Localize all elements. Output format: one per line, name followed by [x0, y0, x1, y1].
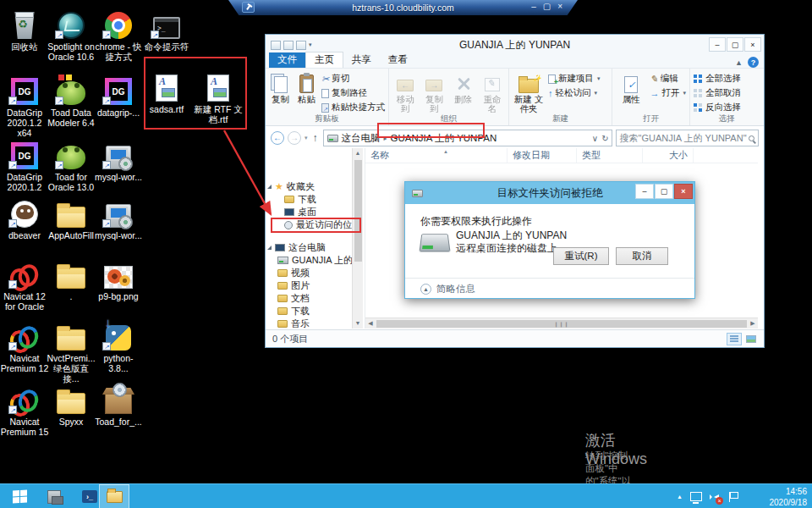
desktop-icon-toad-data-modeler[interactable]: Toad Data Modeler 6.4: [47, 73, 96, 128]
new-item-button[interactable]: 新建项目▾: [548, 73, 601, 85]
delete-button[interactable]: 删除: [451, 71, 476, 114]
nav-pictures[interactable]: 图片: [266, 279, 352, 292]
desktop-icon-p9-bg-png[interactable]: p9-bg.png: [94, 257, 143, 301]
horizontal-scrollbar[interactable]: ◀ ❙❙❙ ▶: [365, 318, 758, 329]
open-button[interactable]: 打开▾: [650, 87, 686, 99]
dialog-maximize-button[interactable]: ▢: [655, 184, 673, 199]
forward-button[interactable]: →: [288, 131, 301, 145]
explorer-minimize-button[interactable]: –: [709, 37, 726, 52]
column-header-date[interactable]: 修改日期: [508, 148, 577, 163]
back-button[interactable]: ←: [271, 131, 284, 145]
nav-scrollbar[interactable]: ▲ ▼: [352, 148, 363, 329]
desktop-icon-recycle-bin[interactable]: 回收站: [0, 7, 49, 52]
breadcrumb-current[interactable]: GUANJIA 上的 YUNPAN: [391, 132, 497, 145]
scroll-left-icon[interactable]: ◀: [365, 320, 376, 327]
copy-path-button[interactable]: 复制路径: [321, 87, 385, 99]
ribbon-collapse-icon[interactable]: ▲: [735, 58, 743, 67]
rdp-minimize-button[interactable]: –: [531, 2, 536, 12]
refresh-icon[interactable]: ↻: [601, 134, 608, 143]
breadcrumb-root[interactable]: 这台电脑: [342, 132, 381, 145]
tab-view[interactable]: 查看: [380, 52, 416, 68]
expander-icon[interactable]: [267, 246, 272, 250]
cancel-button[interactable]: 取消: [616, 247, 668, 265]
desktop-icon-navicat12-oracle[interactable]: Navicat 12 for Oracle: [0, 257, 49, 312]
details-toggle[interactable]: ▲ 简略信息: [420, 283, 475, 295]
invert-selection-button[interactable]: 反向选择: [694, 102, 741, 113]
column-header-type[interactable]: 类型: [577, 148, 643, 163]
dialog-titlebar[interactable]: 目标文件夹访问被拒绝 – ▢ ×: [405, 182, 694, 204]
desktop-icon-appautofill[interactable]: AppAutoFill: [47, 196, 96, 240]
desktop-icon-nvctpremium-folder[interactable]: NvctPremi... 绿色版直接...: [47, 318, 96, 384]
desktop-icon-python-installer[interactable]: python-3.8...: [94, 318, 143, 373]
rdp-restore-button[interactable]: ▢: [543, 2, 551, 12]
desktop-icon-sadsa-rtf[interactable]: sadsa.rtf: [142, 69, 191, 114]
desktop-icon-cmd[interactable]: 命令提示符: [142, 7, 191, 52]
paste-button[interactable]: 粘贴: [295, 71, 318, 114]
copy-to-button[interactable]: 复制到: [421, 71, 447, 114]
desktop-icon-spotlight-oracle[interactable]: Spotlight on Oracle 10.6: [47, 7, 96, 62]
up-button[interactable]: ↑: [313, 132, 318, 144]
tray-expand-icon[interactable]: ▲: [677, 494, 683, 500]
server-manager-button[interactable]: [39, 484, 69, 508]
desktop-icon-new-rtf[interactable]: 新建 RTF 文档.rtf: [194, 69, 243, 124]
cut-button[interactable]: 剪切: [321, 73, 385, 85]
details-view-button[interactable]: [727, 333, 742, 345]
desktop-icon-spyxx[interactable]: Spyxx: [47, 382, 96, 427]
nav-downloads-pc[interactable]: 下载: [266, 305, 352, 318]
dialog-close-button[interactable]: ×: [674, 184, 693, 199]
volume-muted-icon[interactable]: [710, 492, 721, 502]
new-folder-button[interactable]: 新建 文件夹: [513, 71, 545, 114]
thumbnail-view-button[interactable]: [743, 333, 759, 345]
nav-documents[interactable]: 文档: [266, 292, 352, 305]
desktop-icon-toad-for-oracle[interactable]: Toad for Oracle 13.0: [47, 137, 96, 192]
scroll-up-icon[interactable]: ▲: [353, 148, 363, 158]
start-button[interactable]: [0, 484, 39, 508]
select-none-button[interactable]: 全部取消: [694, 87, 741, 99]
address-dropdown-icon[interactable]: ∨: [592, 134, 598, 143]
desktop-icon-mysql-workbench-2[interactable]: mysql-wor...: [94, 196, 143, 240]
dialog-minimize-button[interactable]: –: [635, 184, 654, 199]
nav-guanjia-yunpan[interactable]: GUANJIA 上的 YU: [266, 254, 352, 267]
nav-downloads[interactable]: 下载: [266, 193, 352, 206]
desktop-icon-mysql-workbench-1[interactable]: mysql-wor...: [94, 137, 143, 182]
pin-icon[interactable]: [242, 2, 255, 13]
nav-favorites[interactable]: ★收藏夹: [266, 180, 352, 193]
column-header-size[interactable]: 大小: [643, 148, 694, 163]
desktop-icon-datagrip[interactable]: DataGrip 2020.1.2: [0, 137, 49, 192]
copy-button[interactable]: 复制: [269, 71, 292, 114]
properties-button[interactable]: 属性: [616, 71, 646, 114]
desktop-icon-redacted-folder[interactable]: .: [47, 257, 96, 301]
nav-videos[interactable]: 视频: [266, 267, 352, 279]
desktop-icon-chrome[interactable]: chrome - 快捷方式: [94, 7, 143, 62]
desktop-icon-dbeaver[interactable]: dbeaver: [0, 196, 49, 240]
desktop-icon-datagrip-x64[interactable]: DataGrip 2020.1.2 x64: [0, 73, 49, 138]
tab-file[interactable]: 文件: [269, 52, 305, 68]
rename-button[interactable]: 重命名: [480, 71, 505, 114]
action-center-icon[interactable]: [729, 492, 738, 502]
edit-button[interactable]: 编辑: [650, 73, 686, 85]
nav-music[interactable]: 音乐: [266, 318, 352, 329]
nav-this-pc[interactable]: 这台电脑: [266, 241, 352, 254]
address-bar[interactable]: 这台电脑 ▸ GUANJIA 上的 YUNPAN ∨ ↻: [323, 130, 612, 146]
explorer-maximize-button[interactable]: ▢: [727, 37, 743, 52]
retry-button[interactable]: 重试(R): [553, 247, 609, 265]
search-input[interactable]: 搜索"GUANJIA 上的 YUNPAN": [616, 130, 759, 146]
taskbar-clock[interactable]: 14:56 2020/9/18: [770, 484, 808, 508]
history-dropdown-icon[interactable]: ▾: [304, 135, 308, 141]
tab-share[interactable]: 共享: [343, 52, 380, 68]
scroll-down-icon[interactable]: ▼: [353, 318, 363, 329]
scroll-thumb[interactable]: [354, 160, 362, 262]
desktop-icon-navicat-premium-12[interactable]: Navicat Premium 12: [0, 318, 49, 373]
explorer-close-button[interactable]: ×: [744, 37, 761, 52]
column-header-name[interactable]: 名称: [365, 148, 508, 163]
expander-icon[interactable]: [267, 185, 272, 189]
nav-recent-places[interactable]: 最近访问的位置: [266, 218, 352, 231]
help-icon[interactable]: ?: [748, 57, 759, 68]
desktop-icon-navicat-premium-15[interactable]: Navicat Premium 15: [0, 382, 49, 437]
network-icon[interactable]: [690, 492, 702, 501]
rdp-close-button[interactable]: ×: [557, 2, 562, 12]
tab-home[interactable]: 主页: [305, 52, 343, 68]
paste-shortcut-button[interactable]: 粘贴快捷方式: [321, 102, 385, 113]
hscroll-thumb[interactable]: ❙❙❙: [376, 320, 747, 328]
nav-desktop[interactable]: 桌面: [266, 206, 352, 218]
